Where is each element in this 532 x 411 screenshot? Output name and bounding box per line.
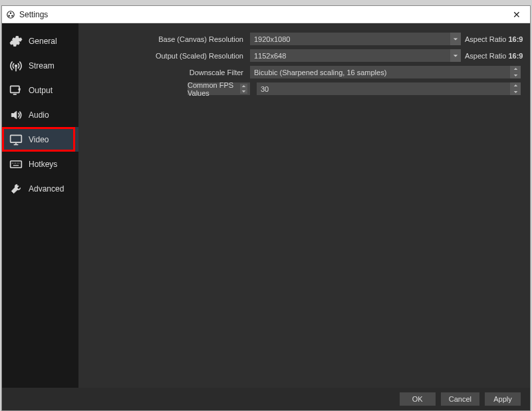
monitor-arrow-icon	[9, 83, 23, 98]
sidebar-item-video[interactable]: Video	[2, 127, 78, 152]
monitor-icon	[9, 132, 23, 147]
sidebar-item-label: Video	[29, 135, 49, 144]
fps-type-label: Common FPS Values	[188, 81, 237, 97]
keyboard-icon	[9, 157, 23, 172]
sidebar: General Stream Output Audio	[2, 23, 78, 388]
close-icon[interactable]: ✕	[507, 9, 526, 20]
main-panel: Base (Canvas) Resolution 1920x1080 Aspec…	[78, 23, 530, 388]
svg-point-4	[15, 65, 17, 67]
row-base-resolution: Base (Canvas) Resolution 1920x1080 Aspec…	[78, 33, 521, 45]
fps-type-spin	[240, 84, 247, 94]
window-body: General Stream Output Audio	[2, 23, 530, 388]
svg-point-1	[10, 12, 12, 14]
settings-window: Settings ✕ General Stream Output	[1, 5, 531, 411]
output-resolution-combo[interactable]: 1152x648	[250, 49, 461, 62]
speaker-icon	[9, 108, 23, 122]
chevron-down-icon	[240, 89, 247, 94]
chevron-up-icon	[240, 84, 247, 89]
downscale-filter-label: Downscale Filter	[78, 68, 250, 76]
sidebar-item-label: Advanced	[29, 184, 64, 194]
svg-point-3	[11, 15, 13, 17]
downscale-filter-combo[interactable]: Bicubic (Sharpened scaling, 16 samples)	[250, 66, 510, 78]
fps-value: 30	[261, 85, 269, 93]
row-downscale-filter: Downscale Filter Bicubic (Sharpened scal…	[78, 66, 521, 78]
output-resolution-value: 1152x648	[254, 52, 286, 60]
chevron-up-icon	[510, 66, 521, 72]
sidebar-item-stream[interactable]: Stream	[2, 53, 78, 78]
svg-point-0	[7, 11, 15, 18]
svg-rect-11	[11, 161, 22, 168]
row-fps: Common FPS Values 30	[78, 82, 521, 95]
base-resolution-label: Base (Canvas) Resolution	[78, 35, 250, 43]
base-resolution-value: 1920x1080	[254, 35, 290, 43]
chevron-up-icon	[510, 82, 521, 89]
chevron-down-icon	[450, 49, 461, 62]
apply-button[interactable]: Apply	[485, 392, 521, 406]
sidebar-item-label: Audio	[29, 110, 49, 120]
output-resolution-label: Output (Scaled) Resolution	[78, 52, 250, 60]
base-resolution-combo[interactable]: 1920x1080	[250, 33, 461, 45]
downscale-spin[interactable]	[510, 66, 521, 78]
sidebar-item-label: Stream	[29, 61, 55, 70]
fps-spin[interactable]	[510, 82, 521, 95]
tools-icon	[9, 182, 23, 196]
output-aspect-ratio: Aspect Ratio 16:9	[461, 52, 521, 60]
antenna-icon	[9, 59, 23, 73]
downscale-filter-value: Bicubic (Sharpened scaling, 16 samples)	[254, 68, 386, 76]
window-title: Settings	[19, 10, 507, 19]
fps-value-combo[interactable]: 30	[257, 82, 510, 95]
sidebar-item-general[interactable]: General	[2, 29, 78, 53]
ok-button[interactable]: OK	[400, 392, 436, 406]
app-icon	[6, 10, 15, 19]
sidebar-item-hotkeys[interactable]: Hotkeys	[2, 152, 78, 176]
chevron-down-icon	[450, 33, 461, 45]
sidebar-item-audio[interactable]: Audio	[2, 102, 78, 127]
titlebar: Settings ✕	[2, 6, 530, 23]
row-output-resolution: Output (Scaled) Resolution 1152x648 Aspe…	[78, 49, 521, 62]
svg-rect-8	[11, 135, 22, 142]
cancel-button[interactable]: Cancel	[441, 392, 479, 406]
sidebar-item-label: Output	[29, 86, 53, 95]
gear-icon	[9, 34, 23, 49]
svg-point-2	[8, 15, 10, 17]
chevron-down-icon	[510, 89, 521, 96]
base-aspect-ratio: Aspect Ratio 16:9	[461, 35, 521, 43]
fps-type-combo[interactable]: Common FPS Values	[188, 82, 250, 95]
sidebar-item-label: General	[29, 37, 57, 46]
footer: OK Cancel Apply	[2, 388, 530, 410]
chevron-down-icon	[510, 72, 521, 79]
svg-rect-6	[11, 86, 19, 92]
sidebar-item-advanced[interactable]: Advanced	[2, 176, 78, 201]
sidebar-item-label: Hotkeys	[29, 160, 57, 169]
sidebar-item-output[interactable]: Output	[2, 78, 78, 102]
